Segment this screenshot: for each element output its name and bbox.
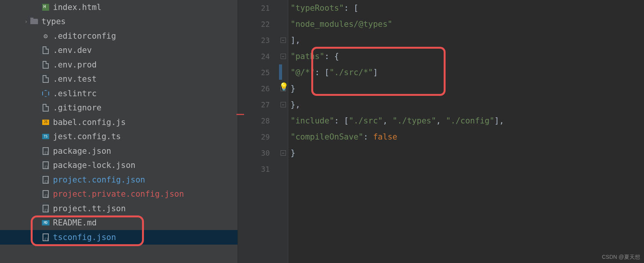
file-tree-item[interactable]: project.private.config.json: [0, 187, 238, 202]
folder-icon: [29, 17, 39, 26]
gutter-line-number[interactable]: 27: [238, 97, 270, 113]
file-tree-item-label: project.tt.json: [53, 204, 126, 213]
file-icon: [41, 75, 51, 83]
file-tree-item[interactable]: .eslintrc: [0, 86, 238, 101]
json-icon: [41, 161, 51, 169]
gutter-line-number[interactable]: 21: [238, 0, 270, 16]
file-tree-item-label: README.md: [53, 218, 97, 227]
file-tree-item-label: package.json: [53, 146, 111, 156]
file-tree-item-label: .gitignore: [53, 103, 101, 112]
chevron-icon[interactable]: ›: [23, 18, 29, 25]
code-area[interactable]: 💡 "typeRoots": [ "node_modules/@types" ]…: [288, 0, 644, 263]
gear-icon: ⚙: [41, 32, 51, 40]
file-tree-item[interactable]: tsconfig.json: [0, 230, 238, 245]
file-tree-item-label: .env.prod: [53, 60, 97, 69]
code-line[interactable]: [288, 161, 644, 177]
json-icon: [41, 233, 51, 242]
file-tree-item-label: project.private.config.json: [53, 189, 184, 199]
file-tree-item-label: jest.config.ts: [53, 132, 121, 141]
json-icon: [41, 204, 51, 213]
line-gutter: 2122232425262728293031: [238, 0, 278, 263]
file-icon: [41, 61, 51, 69]
js-icon: JS: [41, 118, 51, 127]
gutter-line-number[interactable]: 31: [238, 161, 270, 177]
file-tree-item-label: types: [41, 17, 66, 26]
html-icon: [41, 3, 51, 12]
fold-marker-icon[interactable]: −: [281, 38, 286, 43]
file-tree-item[interactable]: ›types: [0, 15, 238, 29]
code-line[interactable]: }: [288, 145, 644, 161]
file-tree-item[interactable]: index.html: [0, 0, 238, 15]
gutter-line-number[interactable]: 22: [238, 16, 270, 32]
json-icon: [41, 147, 51, 155]
gutter-line-number[interactable]: 25: [238, 64, 270, 81]
file-tree-item-label: .editorconfig: [53, 31, 116, 41]
file-tree-item-label: .env.dev: [53, 46, 92, 55]
file-tree-item[interactable]: .env.prod: [0, 58, 238, 72]
file-tree-item[interactable]: .env.test: [0, 72, 238, 87]
gutter-line-number[interactable]: 30: [238, 145, 270, 161]
modified-line-marker: [279, 64, 282, 80]
file-tree-item[interactable]: ⚙.editorconfig: [0, 29, 238, 43]
fold-marker-icon[interactable]: −: [281, 150, 286, 156]
file-tree-item[interactable]: .gitignore: [0, 101, 238, 115]
watermark: CSDN @夏天想: [602, 254, 640, 261]
file-tree-item-label: project.config.json: [53, 175, 145, 184]
file-tree-item[interactable]: package.json: [0, 144, 238, 158]
file-icon: [41, 104, 51, 112]
file-tree-item[interactable]: TSjest.config.ts: [0, 130, 238, 144]
md-icon: MD: [41, 219, 51, 227]
gutter-line-number[interactable]: 29: [238, 129, 270, 145]
file-tree-item[interactable]: MDREADME.md: [0, 216, 238, 230]
editor-pane: 2122232425262728293031 − − − − − 💡 "type…: [238, 0, 644, 263]
code-line[interactable]: "@/*": ["./src/*"]: [288, 64, 644, 81]
gutter-line-number[interactable]: 28: [238, 113, 270, 129]
file-tree-item-label: index.html: [53, 3, 101, 12]
file-tree-item-label: package-lock.json: [53, 161, 135, 170]
file-tree-item-label: tsconfig.json: [53, 233, 116, 242]
file-tree-item-label: .env.test: [53, 74, 97, 84]
file-icon: [41, 46, 51, 54]
file-tree-item-label: .eslintrc: [53, 89, 97, 98]
code-line[interactable]: "typeRoots": [: [288, 0, 644, 16]
fold-marker-icon[interactable]: −: [281, 102, 286, 107]
code-line[interactable]: ],: [288, 32, 644, 48]
ts-icon: TS: [41, 132, 51, 141]
fold-marker-icon[interactable]: −: [281, 54, 286, 59]
gutter-line-number[interactable]: 23: [238, 32, 270, 48]
code-line[interactable]: }: [288, 81, 644, 97]
lightbulb-icon[interactable]: 💡: [279, 82, 287, 90]
code-line[interactable]: "compileOnSave": false: [288, 129, 644, 145]
json-icon: [41, 176, 51, 184]
file-tree-item[interactable]: .env.dev: [0, 43, 238, 58]
code-line[interactable]: },: [288, 97, 644, 113]
gutter-line-number[interactable]: 26: [238, 81, 270, 97]
error-margin-marker: [236, 114, 244, 115]
fold-column[interactable]: − − − − −: [278, 0, 288, 263]
code-line[interactable]: "node_modules/@types": [288, 16, 644, 32]
file-tree-item[interactable]: JSbabel.config.js: [0, 115, 238, 130]
file-tree-item-label: babel.config.js: [53, 118, 126, 127]
file-tree-item[interactable]: project.tt.json: [0, 201, 238, 216]
file-tree-item[interactable]: package-lock.json: [0, 158, 238, 173]
code-line[interactable]: "include": ["./src", "./types", "./confi…: [288, 113, 644, 129]
file-tree-sidebar[interactable]: index.html›types⚙.editorconfig.env.dev.e…: [0, 0, 238, 263]
file-tree-item[interactable]: project.config.json: [0, 173, 238, 187]
code-line[interactable]: "paths": {: [288, 48, 644, 64]
hex-icon: [41, 89, 51, 98]
json-icon: [41, 190, 51, 198]
gutter-line-number[interactable]: 24: [238, 48, 270, 64]
